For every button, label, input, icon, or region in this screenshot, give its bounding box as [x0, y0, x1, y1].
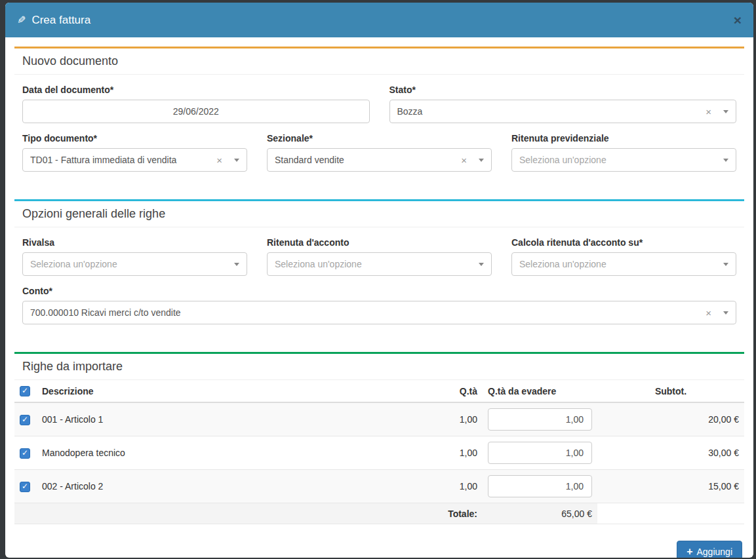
- row-qta: 1,00: [410, 470, 483, 503]
- ritenuta-previdenziale-label: Ritenuta previdenziale: [511, 133, 736, 144]
- calcola-ritenuta-label: Calcola ritenuta d'acconto su*: [511, 237, 736, 248]
- row-descrizione: 002 - Articolo 2: [37, 470, 410, 503]
- table-header-row: Descrizione Q.tà Q.tà da evadere Subtot.: [14, 380, 744, 402]
- qta-evadere-input[interactable]: [488, 475, 592, 497]
- modal-title-text: Crea fattura: [31, 14, 90, 27]
- ritenuta-acconto-label: Ritenuta d'acconto: [267, 237, 492, 248]
- header-subtot: Subtot.: [597, 380, 744, 402]
- conto-value: 700.000010 Ricavi merci c/to vendite: [30, 307, 706, 318]
- caret-down-icon[interactable]: [234, 263, 239, 266]
- tipo-documento-label: Tipo documento*: [22, 133, 247, 144]
- modal-body: Nuovo documento Data del documento* Stat…: [5, 37, 753, 558]
- section-title-nuovo-documento: Nuovo documento: [14, 48, 744, 75]
- aggiungi-button[interactable]: + Aggiungi: [677, 541, 742, 558]
- select-all-checkbox[interactable]: [20, 386, 30, 396]
- clear-icon[interactable]: ×: [706, 308, 711, 318]
- sezionale-label: Sezionale*: [267, 133, 492, 144]
- modal-actions: + Aggiungi: [14, 524, 744, 558]
- righe-table: Descrizione Q.tà Q.tà da evadere Subtot.…: [14, 380, 744, 524]
- field-sezionale: Sezionale* Standard vendite ×: [267, 133, 492, 172]
- calcola-ritenuta-select[interactable]: Seleziona un'opzione: [511, 252, 736, 276]
- data-documento-label: Data del documento*: [22, 85, 370, 95]
- aggiungi-button-label: Aggiungi: [697, 547, 733, 557]
- total-blank-cell: [597, 503, 744, 524]
- ritenuta-acconto-select[interactable]: Seleziona un'opzione: [267, 252, 492, 276]
- total-value: 65,00 €: [483, 503, 597, 524]
- row-qta: 1,00: [410, 436, 483, 470]
- table-row: 002 - Articolo 2 1,00 15,00 €: [14, 470, 744, 503]
- field-data-documento: Data del documento*: [22, 85, 370, 123]
- conto-select[interactable]: 700.000010 Ricavi merci c/to vendite ×: [22, 301, 736, 324]
- pencil-icon: ✎: [17, 14, 26, 26]
- caret-down-icon[interactable]: [479, 159, 484, 162]
- field-tipo-documento: Tipo documento* TD01 - Fattura immediata…: [22, 133, 247, 172]
- ritenuta-previdenziale-select[interactable]: Seleziona un'opzione: [511, 148, 736, 172]
- field-conto: Conto* 700.000010 Ricavi merci c/to vend…: [22, 286, 736, 324]
- section-opzioni-generali: Opzioni generali delle righe Rivalsa Sel…: [14, 199, 744, 324]
- row-checkbox[interactable]: [20, 482, 30, 492]
- section-title-opzioni-generali: Opzioni generali delle righe: [14, 201, 744, 227]
- stato-value: Bozza: [397, 106, 706, 117]
- tipo-documento-value: TD01 - Fattura immediata di vendita: [30, 155, 216, 165]
- plus-icon: +: [686, 547, 692, 557]
- section-title-righe-importare: Righe da importare: [14, 354, 744, 380]
- row-descrizione: Manodopera tecnico: [37, 436, 410, 470]
- caret-down-icon[interactable]: [723, 110, 728, 113]
- tipo-documento-select[interactable]: TD01 - Fattura immediata di vendita ×: [22, 148, 247, 172]
- qta-evadere-input[interactable]: [488, 442, 592, 464]
- table-row: 001 - Articolo 1 1,00 20,00 €: [14, 402, 744, 436]
- row-checkbox[interactable]: [20, 415, 30, 425]
- total-row: Totale: 65,00 €: [14, 503, 744, 524]
- qta-evadere-input[interactable]: [488, 408, 592, 431]
- field-ritenuta-acconto: Ritenuta d'acconto Seleziona un'opzione: [267, 237, 492, 276]
- total-label: Totale:: [14, 503, 483, 524]
- caret-down-icon[interactable]: [479, 263, 484, 266]
- caret-down-icon[interactable]: [234, 159, 239, 162]
- section-righe-importare: Righe da importare Descrizione Q.tà Q.tà…: [14, 352, 744, 524]
- stato-label: Stato*: [389, 85, 737, 95]
- stato-select[interactable]: Bozza ×: [389, 100, 737, 123]
- table-row: Manodopera tecnico 1,00 30,00 €: [14, 436, 744, 470]
- row-subtot: 30,00 €: [597, 436, 744, 470]
- caret-down-icon[interactable]: [723, 311, 728, 315]
- conto-label: Conto*: [22, 286, 736, 296]
- section-nuovo-documento: Nuovo documento Data del documento* Stat…: [14, 47, 744, 172]
- crea-fattura-modal: ✎ Crea fattura × Nuovo documento Data de…: [5, 3, 753, 558]
- clear-icon[interactable]: ×: [216, 155, 222, 165]
- row-descrizione: 001 - Articolo 1: [37, 402, 410, 436]
- field-stato: Stato* Bozza ×: [389, 85, 737, 123]
- row-checkbox[interactable]: [20, 448, 30, 459]
- ritenuta-previdenziale-placeholder: Seleziona un'opzione: [519, 155, 723, 165]
- header-descrizione: Descrizione: [37, 380, 410, 402]
- clear-icon[interactable]: ×: [706, 107, 711, 117]
- field-ritenuta-previdenziale: Ritenuta previdenziale Seleziona un'opzi…: [511, 133, 736, 172]
- close-icon[interactable]: ×: [734, 13, 742, 27]
- calcola-ritenuta-placeholder: Seleziona un'opzione: [519, 259, 723, 269]
- row-subtot: 20,00 €: [597, 402, 744, 436]
- field-rivalsa: Rivalsa Seleziona un'opzione: [22, 237, 247, 276]
- header-qta-evadere: Q.tà da evadere: [483, 380, 597, 402]
- rivalsa-placeholder: Seleziona un'opzione: [30, 259, 234, 269]
- sezionale-select[interactable]: Standard vendite ×: [267, 148, 492, 172]
- caret-down-icon[interactable]: [723, 263, 728, 266]
- row-subtot: 15,00 €: [597, 470, 744, 503]
- row-qta: 1,00: [410, 402, 483, 436]
- modal-header: ✎ Crea fattura ×: [5, 3, 753, 37]
- sezionale-value: Standard vendite: [275, 155, 461, 165]
- modal-title: ✎ Crea fattura: [17, 14, 90, 27]
- rivalsa-label: Rivalsa: [22, 237, 247, 248]
- clear-icon[interactable]: ×: [461, 155, 467, 165]
- header-qta: Q.tà: [410, 380, 483, 402]
- caret-down-icon[interactable]: [723, 159, 728, 162]
- ritenuta-acconto-placeholder: Seleziona un'opzione: [275, 259, 479, 269]
- data-documento-input[interactable]: [22, 100, 370, 123]
- rivalsa-select[interactable]: Seleziona un'opzione: [22, 252, 247, 276]
- field-calcola-ritenuta: Calcola ritenuta d'acconto su* Seleziona…: [511, 237, 736, 276]
